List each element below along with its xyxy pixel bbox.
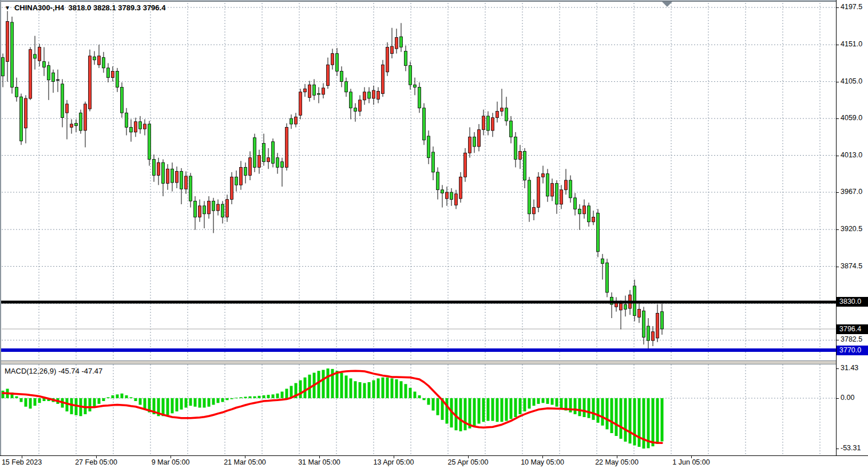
macd-indicator-label: MACD(12,26,9) -45.74 -47.47 [5,367,102,375]
time-tick-label: 10 May 05:00 [521,458,564,466]
time-tick-label: 13 Apr 05:00 [374,458,414,466]
macd-axis-tick [837,368,839,369]
panel-divider-handle[interactable] [0,360,837,364]
price-tick-label: 3920.5 [841,225,862,233]
chart-window: ▼ CHINA300-,H4 3818.0 3828.1 3789.3 3796… [0,0,868,472]
macd-plot[interactable] [0,364,837,455]
price-badge: 3830.0 [837,297,868,307]
macd-tick-label: 31.43 [841,364,858,372]
price-tick-label: 3967.0 [841,188,862,196]
window-border-top-line [0,1,868,2]
grid [2,0,836,360]
price-badge: 3770.0 [837,346,868,355]
price-axis[interactable]: 4197.5 4151.0 4105.0 4059.0 4013.0 3967.… [836,0,868,455]
time-axis[interactable]: 15 Feb 2023 27 Feb 05:00 9 Mar 05:00 21 … [0,455,868,472]
price-axis-tick [837,45,839,45]
window-border-left [0,0,1,455]
price-axis-tick [837,7,839,8]
price-axis-tick [837,267,839,267]
macd-tick-label: -53.31 [841,444,861,452]
price-tick-label: 3874.5 [841,262,862,270]
price-plot[interactable] [0,0,837,364]
price-tick-label: 4059.0 [841,114,862,122]
price-axis-tick [837,229,839,230]
price-axis-tick [837,192,839,193]
price-tick-label: 3782.5 [841,335,862,343]
price-tick-label: 4105.0 [841,77,862,85]
macd-axis-tick [837,449,839,449]
macd-tick-label: 0.00 [841,394,854,402]
time-tick-label: 31 Mar 05:00 [298,458,340,466]
price-badge: 3796.4 [837,324,868,334]
symbol-quote-title: ▼ CHINA300-,H4 3818.0 3828.1 3789.3 3796… [5,3,165,12]
time-tick-label: 27 Feb 05:00 [75,458,117,466]
price-axis-tick [837,156,839,156]
time-tick-label: 21 Mar 05:00 [224,458,266,466]
price-axis-tick [837,82,839,82]
price-tick-label: 4151.0 [841,40,862,48]
time-tick-label: 15 Feb 2023 [2,458,42,466]
price-axis-tick [837,118,839,119]
macd-grid [2,364,836,455]
symbol-ohlc-text: CHINA300-,H4 3818.0 3828.1 3789.3 3796.4 [14,3,166,12]
time-tick-label: 25 Apr 05:00 [448,458,489,466]
macd-axis-tick [837,398,839,399]
price-tick-label: 4197.5 [841,3,862,11]
time-tick-label: 22 May 05:00 [595,458,639,466]
dropdown-triangle-icon[interactable]: ▼ [5,4,10,11]
price-axis-tick [837,340,839,340]
time-tick-label: 1 Jun 05:00 [672,458,710,466]
time-tick-label: 9 Mar 05:00 [152,458,190,466]
price-tick-label: 4013.0 [841,151,862,159]
